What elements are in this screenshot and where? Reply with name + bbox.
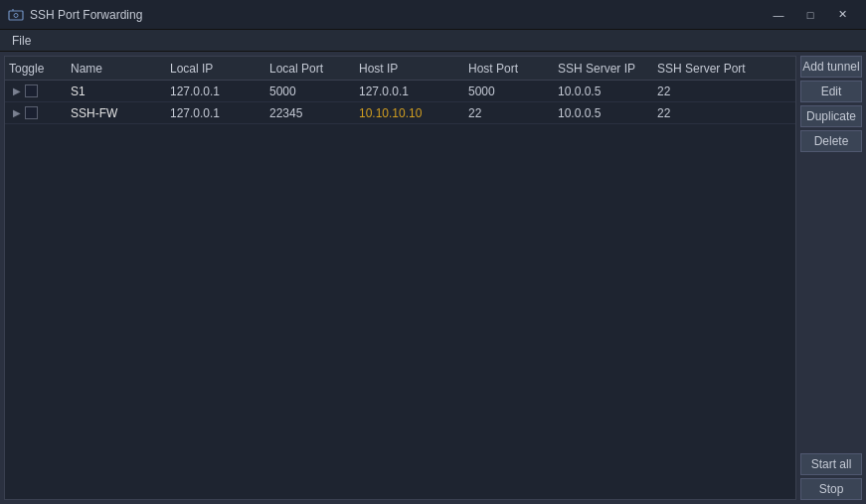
- svg-rect-0: [9, 11, 23, 20]
- stop-button[interactable]: Stop: [800, 478, 862, 500]
- close-button[interactable]: ✕: [826, 3, 858, 27]
- title-bar-left: SSH Port Forwarding: [8, 7, 142, 23]
- title-bar: SSH Port Forwarding — □ ✕: [0, 0, 866, 30]
- local-ip-cell-1: 127.0.0.1: [166, 106, 265, 120]
- col-header-toggle: Toggle: [5, 62, 67, 76]
- toggle-checkbox-1[interactable]: [25, 106, 38, 119]
- table-area: Toggle Name Local IP Local Port Host IP …: [4, 56, 796, 500]
- app-icon: [8, 7, 24, 23]
- edit-button[interactable]: Edit: [800, 81, 862, 102]
- toggle-cell-0: ▶: [5, 84, 67, 97]
- spacer: [800, 155, 862, 450]
- table-header: Toggle Name Local IP Local Port Host IP …: [5, 57, 795, 81]
- maximize-button[interactable]: □: [794, 3, 826, 27]
- col-header-ssh-server-ip: SSH Server IP: [554, 62, 653, 76]
- table-body: ▶ S1 127.0.0.1 5000 127.0.0.1 5000 10.0.…: [5, 81, 795, 499]
- svg-point-2: [14, 13, 18, 17]
- table-row: ▶ S1 127.0.0.1 5000 127.0.0.1 5000 10.0.…: [5, 81, 795, 102]
- window-title: SSH Port Forwarding: [30, 8, 142, 22]
- name-cell-1: SSH-FW: [67, 106, 166, 120]
- col-header-host-ip: Host IP: [355, 62, 464, 76]
- toggle-checkbox-0[interactable]: [25, 84, 38, 97]
- menu-bar: File: [0, 30, 866, 52]
- start-all-button[interactable]: Start all: [800, 453, 862, 475]
- host-ip-cell-0: 127.0.0.1: [355, 84, 464, 98]
- minimize-button[interactable]: —: [763, 3, 794, 27]
- col-header-local-port: Local Port: [265, 62, 355, 76]
- name-cell-0: S1: [67, 84, 166, 98]
- ssh-server-ip-cell-0: 10.0.0.5: [554, 84, 653, 98]
- col-header-host-port: Host Port: [464, 62, 554, 76]
- host-ip-cell-1: 10.10.10.10: [355, 106, 464, 120]
- add-tunnel-button[interactable]: Add tunnel: [800, 56, 862, 78]
- host-port-cell-1: 22: [464, 106, 554, 120]
- table-row: ▶ SSH-FW 127.0.0.1 22345 10.10.10.10 22 …: [5, 102, 795, 124]
- col-header-local-ip: Local IP: [166, 62, 265, 76]
- menu-file[interactable]: File: [4, 32, 39, 50]
- row-arrow-1: ▶: [13, 107, 21, 118]
- ssh-server-ip-cell-1: 10.0.0.5: [554, 106, 653, 120]
- right-panel: Add tunnel Edit Duplicate Delete Start a…: [796, 52, 866, 504]
- toggle-cell-1: ▶: [5, 106, 67, 119]
- duplicate-button[interactable]: Duplicate: [800, 105, 862, 127]
- col-header-name: Name: [67, 62, 166, 76]
- col-header-ssh-server-port: SSH Server Port: [653, 62, 795, 76]
- delete-button[interactable]: Delete: [800, 130, 862, 152]
- title-bar-controls: — □ ✕: [763, 3, 858, 27]
- ssh-server-port-cell-0: 22: [653, 84, 795, 98]
- local-port-cell-0: 5000: [265, 84, 355, 98]
- row-arrow-0: ▶: [13, 85, 21, 96]
- ssh-server-port-cell-1: 22: [653, 106, 795, 120]
- local-port-cell-1: 22345: [265, 106, 355, 120]
- host-port-cell-0: 5000: [464, 84, 554, 98]
- local-ip-cell-0: 127.0.0.1: [166, 84, 265, 98]
- main-container: Toggle Name Local IP Local Port Host IP …: [0, 52, 866, 504]
